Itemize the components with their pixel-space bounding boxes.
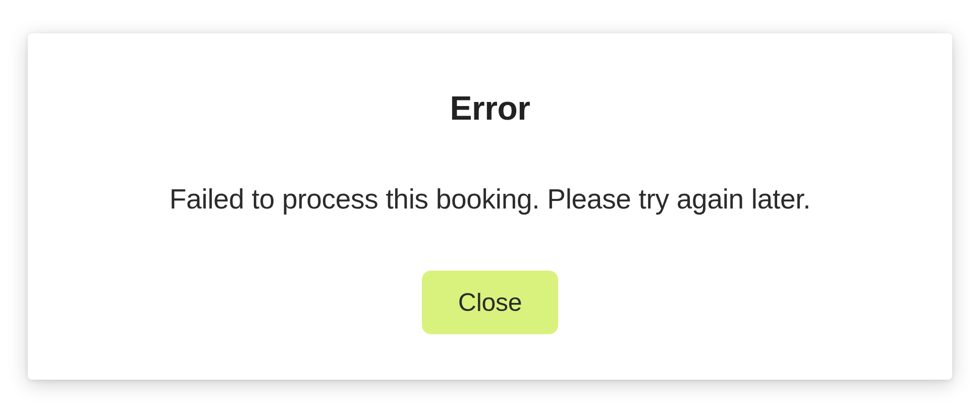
modal-message: Failed to process this booking. Please t… [170,183,811,215]
modal-title: Error [450,89,530,127]
close-button[interactable]: Close [422,271,558,334]
error-modal: Error Failed to process this booking. Pl… [28,33,952,380]
